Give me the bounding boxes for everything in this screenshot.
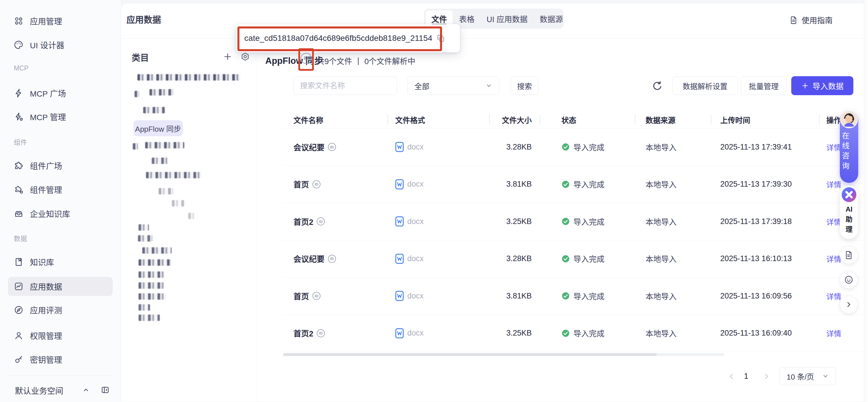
prev-page-icon[interactable] (726, 372, 736, 381)
id-icon[interactable]: ID (328, 143, 336, 151)
redacted-category-item[interactable] (188, 213, 194, 219)
column-header-5: 上传时间 (720, 111, 750, 128)
cell-upload-time: 2025-11-13 16:09:40 (720, 315, 792, 352)
redacted-category-item[interactable] (146, 172, 201, 178)
cell-action: 详情 (826, 166, 841, 203)
page-size-select[interactable]: 10 条/页 (779, 367, 836, 385)
sidebar-item-component-management[interactable]: 组件管理 (8, 180, 113, 199)
parse-settings-button[interactable]: 数据解析设置 (672, 77, 738, 95)
copy-icon[interactable] (436, 34, 445, 43)
redacted-category-item[interactable] (159, 188, 173, 194)
file-format-text: docx (407, 254, 424, 263)
sidebar-item-permission-management[interactable]: 权限管理 (8, 326, 113, 345)
sidebar-section-label: MCP (14, 64, 28, 72)
sidebar-item-app-data[interactable]: 应用数据 (8, 277, 113, 296)
redacted-category-item[interactable] (137, 74, 240, 81)
redacted-category-item[interactable] (142, 247, 172, 254)
detail-link[interactable]: 详情 (826, 179, 841, 190)
plus-icon (801, 82, 809, 90)
redacted-category-item[interactable] (152, 157, 168, 164)
feedback-doc-button[interactable] (840, 246, 858, 264)
column-divider (540, 115, 540, 124)
chart-icon (14, 282, 24, 291)
redacted-category-item[interactable] (133, 143, 138, 149)
tab-2[interactable]: UI 应用数据 (481, 10, 533, 27)
redacted-category-item[interactable] (138, 224, 149, 231)
batch-manage-button[interactable]: 批量管理 (741, 77, 786, 95)
sidebar-item-app-evaluation[interactable]: 应用评测 (8, 300, 113, 319)
redacted-category-item[interactable] (138, 304, 150, 311)
page-title: 应用数据 (126, 13, 161, 25)
sidebar-item-key-management[interactable]: 密钥管理 (8, 350, 113, 369)
redacted-category-item[interactable] (138, 235, 152, 241)
tab-label: 数据源 (540, 13, 563, 24)
file-search-input[interactable] (293, 77, 397, 95)
id-icon[interactable]: ID (312, 180, 320, 188)
redacted-category-item[interactable] (172, 200, 185, 206)
tab-3[interactable]: 数据源 (534, 10, 569, 27)
satisfaction-button[interactable] (840, 271, 858, 289)
data-source-text: 本地导入 (646, 290, 677, 302)
id-icon[interactable]: ID (317, 329, 325, 337)
chevron-up-icon[interactable] (81, 385, 91, 395)
ai-assistant-button[interactable]: AI助理 (840, 185, 858, 239)
next-page-icon[interactable] (762, 372, 771, 381)
add-category-icon[interactable] (223, 52, 232, 61)
browser-scrollbar[interactable] (864, 0, 868, 402)
sidebar-item-mcp-plaza[interactable]: MCP 广场 (8, 84, 113, 103)
cell-file-size: 3.81KB (467, 278, 532, 315)
sidebar-item-component-plaza[interactable]: 组件广场 (8, 156, 113, 175)
id-icon[interactable]: ID (317, 218, 325, 225)
redacted-category-item[interactable] (138, 315, 160, 321)
search-button[interactable]: 搜索 (511, 77, 538, 95)
detail-link[interactable]: 详情 (826, 142, 841, 152)
redacted-category-item[interactable] (138, 271, 164, 278)
category-item-appflow[interactable]: AppFlow 同步 (133, 120, 183, 136)
id-icon[interactable]: ID (312, 292, 320, 300)
import-data-button[interactable]: 导入数据 (791, 76, 853, 95)
sidebar-item-enterprise-knowledge-base[interactable]: 企业知识库 (8, 204, 113, 223)
redacted-category-item[interactable] (143, 107, 165, 113)
horizontal-scrollbar[interactable] (283, 353, 724, 356)
cell-status: 导入完成 (561, 128, 604, 166)
parsing-count-text: 0个文件解析中 (365, 55, 415, 66)
sidebar-item-knowledge-base[interactable]: 知识库 (8, 253, 113, 271)
detail-link[interactable]: 详情 (826, 291, 841, 302)
file-count-line: 共9个文件 | 0个文件解析中 (317, 55, 415, 66)
page-number[interactable]: 1 (739, 368, 753, 385)
usage-guide-button[interactable]: 使用指南 (789, 15, 833, 26)
redacted-category-item[interactable] (138, 259, 171, 266)
status-text: 导入完成 (574, 290, 604, 302)
detail-link[interactable]: 详情 (826, 216, 841, 227)
upload-time-text: 2025-11-13 16:09:56 (720, 292, 792, 300)
detail-link[interactable]: 详情 (826, 253, 841, 264)
sidebar-item-app-management[interactable]: 应用管理 (8, 11, 113, 30)
id-icon[interactable]: ID (328, 255, 336, 263)
user-icon (14, 331, 24, 341)
refresh-icon[interactable] (651, 80, 663, 92)
cell-file-name: 首页2ID (293, 315, 325, 352)
sidebar-section-label: 数据 (14, 233, 27, 243)
page-size-value: 10 条/页 (787, 371, 814, 381)
docx-file-icon (395, 216, 404, 227)
sidebar-item-label: 应用数据 (30, 281, 62, 292)
ai-assistant-logo-icon (841, 186, 857, 203)
sidebar-item-ui-designer[interactable]: UI 设计器 (8, 35, 113, 54)
collapse-panel-icon[interactable] (101, 385, 110, 395)
redacted-category-item[interactable] (134, 91, 139, 97)
detail-link[interactable]: 详情 (826, 328, 841, 339)
file-name-text: 首页 (293, 290, 309, 302)
redacted-category-item[interactable] (138, 293, 166, 299)
cell-status: 导入完成 (561, 240, 604, 278)
format-filter-select[interactable]: 全部 (407, 77, 499, 95)
collapse-widgets-button[interactable] (840, 296, 858, 313)
online-consult-button[interactable]: 在线咨询 (840, 110, 858, 183)
redacted-category-item[interactable] (145, 142, 184, 148)
category-settings-icon[interactable] (240, 52, 250, 61)
category-id-icon[interactable]: ID (301, 53, 312, 64)
redacted-category-item[interactable] (150, 89, 173, 95)
redacted-category-item[interactable] (138, 282, 164, 289)
sidebar-item-mcp-management[interactable]: MCP 管理 (8, 107, 113, 126)
scrollbar-thumb[interactable] (283, 353, 657, 356)
cell-action: 详情 (826, 128, 841, 166)
